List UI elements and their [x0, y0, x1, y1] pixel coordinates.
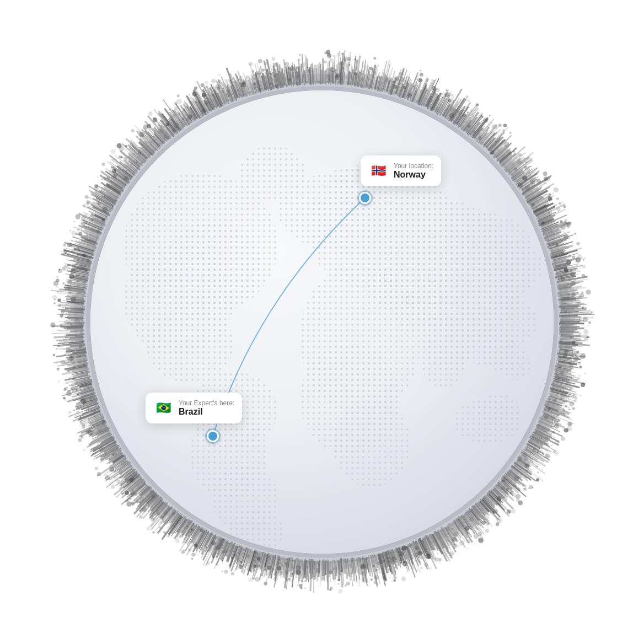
- norway-tooltip: 🇳🇴 Your location: Norway: [361, 155, 441, 186]
- svg-point-32: [498, 352, 532, 380]
- svg-point-22: [476, 394, 520, 427]
- brazil-tooltip: 🇧🇷 Your Expert's here: Brazil: [146, 393, 242, 423]
- svg-point-4: [146, 305, 234, 383]
- norway-tooltip-text: Your location: Norway: [394, 162, 433, 180]
- norway-flag: 🇳🇴: [368, 161, 388, 181]
- brazil-country: Brazil: [179, 407, 234, 417]
- svg-point-5: [162, 223, 261, 311]
- globe-container: 🇳🇴 Your location: Norway 🇧🇷 Your Expert'…: [46, 46, 598, 598]
- svg-point-25: [308, 201, 336, 223]
- world-map-svg: [90, 90, 554, 554]
- svg-point-29: [421, 333, 465, 388]
- brazil-tooltip-text: Your Expert's here: Brazil: [179, 399, 234, 417]
- globe: 🇳🇴 Your location: Norway 🇧🇷 Your Expert'…: [90, 90, 554, 554]
- norway-label: Your location:: [394, 162, 433, 170]
- brazil-location-dot: [207, 430, 219, 442]
- svg-point-18: [228, 509, 283, 554]
- norway-location-dot: [359, 192, 371, 204]
- brazil-flag: 🇧🇷: [153, 398, 173, 418]
- brazil-label: Your Expert's here:: [179, 399, 234, 407]
- svg-point-14: [333, 399, 410, 487]
- norway-country: Norway: [394, 170, 433, 180]
